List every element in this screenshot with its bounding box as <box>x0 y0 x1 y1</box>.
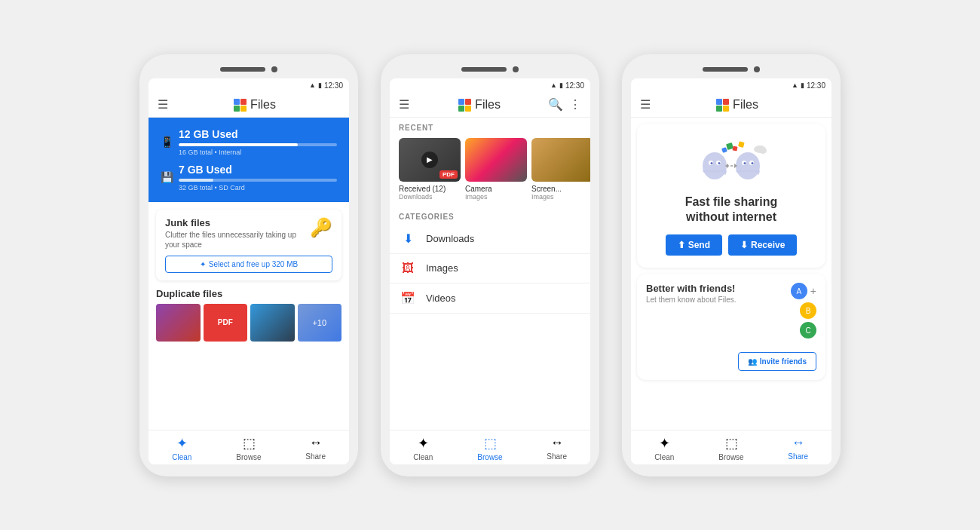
app-header-3: ☰ Files <box>631 93 831 118</box>
sd-storage-bar-bg <box>179 179 337 182</box>
files-logo-1 <box>232 97 247 112</box>
nav-share-3[interactable]: ↔ Share <box>764 435 831 461</box>
bottom-nav-1: ✦ Clean ⬚ Browse ↔ Share <box>149 430 349 464</box>
nav-clean-3[interactable]: ✦ Clean <box>631 435 698 461</box>
junk-button-label: Select and free up 320 MB <box>209 260 298 268</box>
battery-icon-2: ▮ <box>559 81 563 89</box>
svg-rect-7 <box>465 106 471 112</box>
category-videos[interactable]: 📅 Videos <box>390 283 590 314</box>
internal-storage-bar-bg <box>179 143 337 146</box>
hamburger-icon-2[interactable]: ☰ <box>399 97 409 112</box>
battery-icon-1: ▮ <box>318 81 322 89</box>
share-label-2: Share <box>547 452 567 461</box>
dup-thumb-3 <box>250 304 295 342</box>
category-images[interactable]: 🖼 Images <box>390 254 590 283</box>
recent-type-camera: Images <box>465 193 527 201</box>
svg-rect-2 <box>234 106 240 112</box>
avatar-3: C <box>800 322 816 339</box>
sd-storage-icon: 💾 <box>161 171 173 183</box>
avatar-1: A <box>791 283 807 299</box>
hamburger-icon-3[interactable]: ☰ <box>640 97 651 112</box>
junk-text: Junk files Clutter the files unnecessari… <box>165 217 310 250</box>
recent-thumb-camera <box>465 138 527 182</box>
clean-label-1: Clean <box>172 453 191 461</box>
sd-storage-title: 7 GB Used <box>179 164 337 176</box>
svg-point-15 <box>711 162 713 164</box>
send-label: Send <box>688 240 710 250</box>
share-illustration <box>694 136 769 188</box>
phone-2-top-bar <box>390 66 590 72</box>
nav-clean-2[interactable]: ✦ Clean <box>390 435 457 461</box>
svg-rect-10 <box>716 106 722 112</box>
share-icon-2: ↔ <box>550 435 564 451</box>
phone3-content: Fast file sharingwithout internet ⬆ Send… <box>631 118 831 430</box>
nav-share-1[interactable]: ↔ Share <box>282 435 349 461</box>
svg-rect-25 <box>738 141 745 148</box>
phone-3-speaker <box>703 67 748 72</box>
svg-rect-5 <box>465 99 471 105</box>
svg-rect-11 <box>723 106 729 112</box>
nav-share-2[interactable]: ↔ Share <box>523 435 590 461</box>
sd-storage-info: 7 GB Used 32 GB total • SD Card <box>179 164 337 191</box>
sd-storage-subtitle: 32 GB total • SD Card <box>179 184 337 191</box>
add-friend-icon: + <box>810 285 816 297</box>
recent-thumb-received: ▶ PDF <box>399 138 461 182</box>
junk-free-button[interactable]: ✦ Select and free up 320 MB <box>165 256 332 273</box>
more-icon-2[interactable]: ⋮ <box>569 97 581 112</box>
clean-icon-1: ✦ <box>176 435 188 452</box>
nav-browse-1[interactable]: ⬚ Browse <box>216 435 283 461</box>
recent-name-received: Received (12) <box>399 185 461 193</box>
dup-thumb-4: +10 <box>298 304 342 342</box>
app-title-3: Files <box>733 98 758 112</box>
share-title: Fast file sharingwithout internet <box>685 195 778 226</box>
svg-rect-0 <box>234 99 240 105</box>
svg-point-21 <box>752 162 754 164</box>
send-button[interactable]: ⬆ Send <box>666 234 722 256</box>
status-bar-2: ▲ ▮ 12:30 <box>390 78 590 93</box>
svg-point-16 <box>718 162 721 164</box>
svg-rect-8 <box>716 99 722 105</box>
recent-row: ▶ PDF Received (12) Downloads Camera Ima… <box>390 135 590 207</box>
recent-name-camera: Camera <box>465 185 527 193</box>
receive-button[interactable]: ⬇ Receive <box>728 234 797 256</box>
svg-rect-9 <box>723 99 729 105</box>
svg-point-20 <box>744 162 746 164</box>
internal-storage-bar-fill <box>179 143 298 146</box>
svg-point-12 <box>703 152 727 179</box>
app-title-1: Files <box>250 98 276 112</box>
junk-title: Junk files <box>165 217 310 228</box>
bottom-nav-2: ✦ Clean ⬚ Browse ↔ Share <box>390 430 590 464</box>
videos-icon: 📅 <box>399 291 417 305</box>
duplicate-title: Duplicate files <box>156 288 341 299</box>
phone-1: ▲ ▮ 12:30 ☰ Files <box>139 54 358 476</box>
junk-button-icon: ✦ <box>200 260 206 268</box>
recent-type-received: Downloads <box>399 193 461 201</box>
nav-clean-1[interactable]: ✦ Clean <box>149 435 216 461</box>
internal-storage-title: 12 GB Used <box>179 128 337 140</box>
svg-rect-6 <box>458 106 464 112</box>
clean-label-3: Clean <box>654 453 674 461</box>
friends-description: Let them know about Files. <box>646 296 737 304</box>
phone-3: ▲ ▮ 12:30 ☰ Files <box>622 54 841 476</box>
recent-card-screen[interactable]: Screen... Images <box>531 138 590 201</box>
invite-friends-button[interactable]: 👥 Invite friends <box>738 352 816 371</box>
phone-2-speaker <box>461 67 507 72</box>
search-icon-2[interactable]: 🔍 <box>548 97 563 112</box>
svg-rect-4 <box>458 99 464 105</box>
share-buttons: ⬆ Send ⬇ Receive <box>666 234 798 256</box>
ghost-svg <box>694 137 769 186</box>
receive-icon: ⬇ <box>740 240 748 250</box>
internal-storage-info: 12 GB Used 16 GB total • Internal <box>179 128 337 156</box>
phone2-content: RECENT ▶ PDF Received (12) Downloads <box>390 118 590 430</box>
junk-header: Junk files Clutter the files unnecessari… <box>165 217 332 250</box>
hamburger-icon-1[interactable]: ☰ <box>158 97 168 112</box>
recent-card-camera[interactable]: Camera Images <box>465 138 527 201</box>
browse-icon-1: ⬚ <box>243 435 256 452</box>
phone-1-camera <box>271 66 277 72</box>
nav-browse-3[interactable]: ⬚ Browse <box>698 435 765 461</box>
pdf-overlay-received: PDF <box>439 170 458 179</box>
nav-browse-2[interactable]: ⬚ Browse <box>457 435 524 461</box>
play-icon-received: ▶ <box>421 152 438 168</box>
category-downloads[interactable]: ⬇ Downloads <box>390 224 590 254</box>
recent-card-received[interactable]: ▶ PDF Received (12) Downloads <box>399 138 461 201</box>
